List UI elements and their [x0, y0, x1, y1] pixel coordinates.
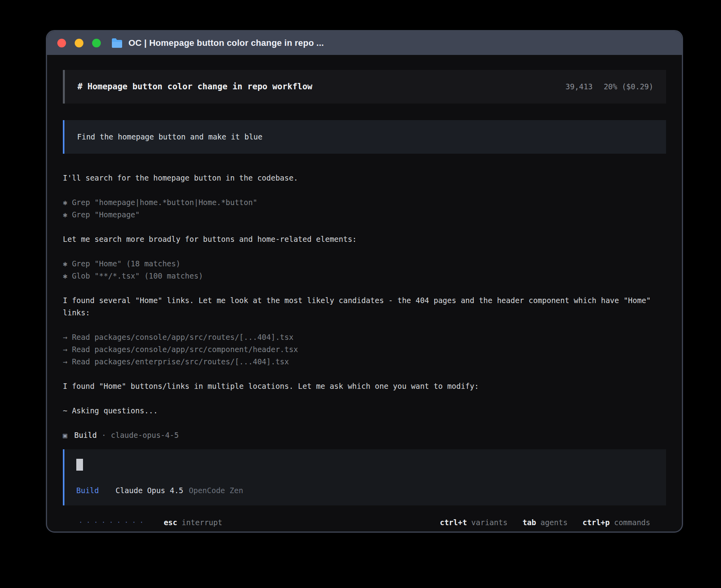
asking-status: ~ Asking questions... — [63, 405, 666, 417]
key-tab: tab — [523, 516, 536, 529]
context-usage: 20% ($0.29) — [604, 82, 653, 91]
agent-separator: · — [102, 429, 106, 441]
key-tab-label: agents — [540, 516, 568, 529]
folder-icon — [111, 38, 123, 48]
spinner-dots: ········· — [79, 516, 147, 529]
close-button[interactable] — [57, 39, 66, 47]
session-content: # Homepage button color change in repo w… — [47, 55, 682, 533]
text-cursor — [76, 459, 83, 471]
assistant-text: I'll search for the homepage button in t… — [63, 172, 666, 184]
shortcut-commands: ctrl+p commands — [583, 516, 650, 529]
session-title: # Homepage button color change in repo w… — [77, 81, 312, 93]
file-read: → Read packages/enterprise/src/routes/[.… — [63, 356, 666, 368]
token-count: 39,413 — [566, 82, 593, 91]
shortcut-variants: ctrl+t variants — [440, 516, 508, 529]
key-ctrl-t-label: variants — [471, 516, 508, 529]
user-message: Find the homepage button and make it blu… — [63, 120, 666, 154]
input-meta: Build Claude Opus 4.5 OpenCode Zen — [76, 484, 654, 497]
key-ctrl-p-label: commands — [614, 516, 650, 529]
statusbar-left: ········· esc interrupt — [79, 516, 222, 529]
assistant-text: I found several "Home" links. Let me loo… — [63, 294, 666, 319]
tool-call: ✱ Grep "Home" (18 matches) — [63, 258, 666, 270]
assistant-text: Let me search more broadly for buttons a… — [63, 233, 666, 245]
file-read: → Read packages/console/app/src/componen… — [63, 343, 666, 356]
file-read: → Read packages/console/app/src/routes/[… — [63, 331, 666, 343]
agent-model: claude-opus-4-5 — [111, 429, 179, 441]
mode-label: Build — [76, 484, 99, 497]
file-read-group: → Read packages/console/app/src/routes/[… — [63, 331, 666, 368]
statusbar: ········· esc interrupt ctrl+t variants … — [63, 505, 666, 533]
tool-call: ✱ Grep "homepage|home.*button|Home.*butt… — [63, 196, 666, 209]
terminal-window: OC | Homepage button color change in rep… — [46, 30, 683, 533]
provider-label: OpenCode Zen — [189, 484, 243, 497]
key-esc: esc — [164, 516, 177, 529]
tool-call: ✱ Grep "Homepage" — [63, 209, 666, 221]
statusbar-right: ctrl+t variants tab agents ctrl+p comman… — [440, 516, 650, 529]
window-title: OC | Homepage button color change in rep… — [128, 38, 324, 48]
minimize-button[interactable] — [75, 39, 83, 47]
assistant-text: I found "Home" buttons/links in multiple… — [63, 380, 666, 392]
agent-name: Build — [74, 429, 97, 441]
traffic-lights — [57, 39, 101, 47]
prompt-input[interactable]: Build Claude Opus 4.5 OpenCode Zen — [63, 449, 666, 505]
shortcut-agents: tab agents — [523, 516, 568, 529]
session-stats: 39,41320% ($0.29) — [566, 81, 653, 93]
zoom-button[interactable] — [92, 39, 101, 47]
model-label: Claude Opus 4.5 — [115, 484, 183, 497]
tool-call-group: ✱ Grep "homepage|home.*button|Home.*butt… — [63, 196, 666, 221]
key-ctrl-t: ctrl+t — [440, 516, 467, 529]
agent-row: ▣ Build · claude-opus-4-5 — [63, 429, 666, 441]
session-header: # Homepage button color change in repo w… — [63, 70, 666, 104]
key-esc-label: interrupt — [181, 516, 222, 529]
key-ctrl-p: ctrl+p — [583, 516, 610, 529]
shortcut-interrupt: esc interrupt — [164, 516, 222, 529]
tool-call: ✱ Glob "**/*.tsx" (100 matches) — [63, 270, 666, 282]
tool-call-group: ✱ Grep "Home" (18 matches) ✱ Glob "**/*.… — [63, 258, 666, 282]
agent-icon: ▣ — [63, 429, 67, 441]
titlebar: OC | Homepage button color change in rep… — [47, 31, 682, 55]
